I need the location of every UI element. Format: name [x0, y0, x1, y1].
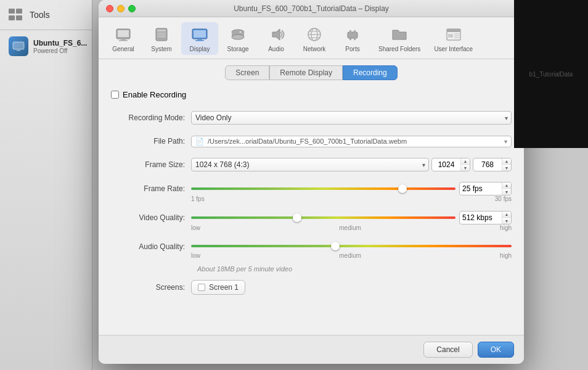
toolbar-item-user-interface[interactable]: User Interface: [428, 22, 479, 55]
audio-quality-track: [191, 245, 512, 247]
toolbar-item-display[interactable]: Display: [181, 22, 218, 55]
framesize-wrap: 1024 x 768 (4:3) ▲ ▼: [191, 158, 512, 171]
audio-quality-slider-wrap[interactable]: [191, 240, 512, 252]
frame-height-input-wrap: ▲ ▼: [473, 158, 512, 171]
svg-rect-5: [17, 50, 20, 51]
frame-rate-value-input[interactable]: [460, 183, 502, 195]
footer: Cancel OK: [99, 335, 524, 364]
video-quality-value-input[interactable]: [460, 212, 502, 224]
frame-rate-thumb[interactable]: [398, 184, 407, 193]
toolbar-item-ports[interactable]: Ports: [334, 22, 371, 55]
tab-remote-display[interactable]: Remote Display: [269, 65, 343, 80]
svg-rect-17: [194, 30, 206, 38]
svg-rect-12: [157, 30, 166, 31]
screens-row: Screens: Screen 1: [111, 279, 512, 296]
frame-width-input-wrap: ▲ ▼: [431, 158, 470, 171]
frame-rate-track: [191, 187, 455, 190]
audio-quality-low-label: low: [191, 252, 200, 259]
toolbar-label-storage: Storage: [227, 46, 248, 52]
svg-rect-30: [348, 32, 357, 38]
svg-rect-32: [354, 30, 356, 33]
video-quality-down[interactable]: ▼: [502, 218, 511, 224]
minimize-button[interactable]: [117, 5, 125, 12]
tab-recording[interactable]: Recording: [343, 65, 398, 80]
video-quality-row: Video Quality: ▲ ▼: [111, 208, 512, 231]
ok-button[interactable]: OK: [478, 342, 514, 358]
video-quality-thumb[interactable]: [293, 213, 301, 222]
display-icon: [190, 25, 210, 44]
toolbar-label-display: Display: [190, 46, 210, 52]
toolbar-item-network[interactable]: Network: [296, 22, 333, 55]
svg-rect-33: [349, 38, 351, 40]
screen1-label: Screen 1: [209, 283, 239, 292]
video-quality-control: ▲ ▼ low medium high: [191, 211, 512, 231]
audio-quality-control: low medium high: [191, 240, 512, 259]
frame-rate-spinners: ▲ ▼: [502, 183, 511, 195]
frame-height-spinners: ▲ ▼: [502, 158, 511, 171]
enable-recording-label: Enable Recording: [123, 90, 186, 99]
filepath-wrap[interactable]: 📄 /Users/zek...orialData/Ubuntu_FS_600_7…: [191, 136, 512, 147]
audio-quality-slider-row: [191, 240, 512, 252]
file-path-row: File Path: 📄 /Users/zek...orialData/Ubun…: [111, 133, 512, 150]
frame-rate-row: Frame Rate: ▲ ▼: [111, 179, 512, 202]
frame-width-input[interactable]: [432, 158, 460, 171]
screen1-checkbox-wrap[interactable]: Screen 1: [191, 280, 245, 295]
toolbar-item-audio[interactable]: Audio: [258, 22, 295, 55]
frame-rate-max-label: 30 fps: [495, 195, 512, 202]
audio-quality-thumb[interactable]: [331, 242, 340, 250]
maximize-button[interactable]: [128, 5, 136, 12]
audio-quality-high-label: high: [500, 252, 512, 259]
screen1-checkbox[interactable]: [198, 284, 205, 291]
frame-size-control: 1024 x 768 (4:3) ▲ ▼: [191, 158, 512, 171]
frame-height-input[interactable]: [473, 158, 502, 171]
frame-rate-label: Frame Rate:: [111, 182, 191, 193]
audio-quality-medium-label: medium: [339, 252, 361, 259]
frame-height-down[interactable]: ▼: [502, 165, 511, 171]
tools-label: Tools: [30, 10, 50, 20]
toolbar-item-storage[interactable]: Storage: [219, 22, 256, 55]
vm-status: Powered Off: [33, 47, 87, 54]
toolbar-item-system[interactable]: System: [143, 22, 180, 55]
recording-mode-control: Video Only Audio Only Audio + Video: [191, 111, 512, 125]
frame-size-row: Frame Size: 1024 x 768 (4:3): [111, 156, 512, 173]
video-quality-up[interactable]: ▲: [502, 212, 511, 218]
titlebar: Ubuntu_FS_600_700b1_TutorialData – Displ…: [99, 0, 524, 17]
frame-size-select[interactable]: 1024 x 768 (4:3): [191, 158, 429, 171]
filepath-text: /Users/zek...orialData/Ubuntu_FS_600_700…: [208, 138, 500, 145]
frame-rate-up[interactable]: ▲: [502, 183, 511, 189]
recording-mode-label: Recording Mode:: [111, 113, 191, 122]
toolbar-item-shared-folders[interactable]: Shared Folders: [372, 22, 427, 55]
frame-rate-slider-wrap[interactable]: [191, 183, 455, 195]
enable-recording-checkbox[interactable]: [111, 91, 119, 99]
tabs: Screen Remote Display Recording: [99, 59, 524, 80]
recording-mode-select[interactable]: Video Only Audio Only Audio + Video: [191, 111, 512, 125]
frame-width-down[interactable]: ▼: [461, 165, 470, 171]
video-quality-high-label: high: [500, 224, 512, 231]
sidebar-tools-header: Tools: [0, 0, 92, 30]
svg-rect-1: [16, 9, 22, 14]
vm-screen-preview: b1_TutorialData: [514, 0, 588, 148]
svg-rect-14: [157, 35, 166, 36]
cancel-button[interactable]: Cancel: [423, 342, 472, 358]
ports-icon: [343, 25, 362, 44]
svg-point-6: [18, 49, 19, 50]
toolbar-label-general: General: [112, 46, 134, 52]
video-quality-labels: low medium high: [191, 224, 512, 231]
toolbar: General System: [99, 17, 524, 59]
toolbar-label-network: Network: [303, 46, 326, 52]
tab-screen[interactable]: Screen: [225, 65, 269, 80]
video-quality-slider-row: ▲ ▼: [191, 211, 512, 224]
vm-icon: [9, 36, 28, 56]
sidebar-item-vm[interactable]: Ubuntu_FS_6... Powered Off: [2, 31, 89, 61]
video-quality-slider-wrap[interactable]: [191, 212, 455, 224]
video-quality-value-wrap: ▲ ▼: [459, 211, 512, 224]
dialog: Ubuntu_FS_600_700b1_TutorialData – Displ…: [99, 0, 524, 364]
svg-rect-15: [157, 36, 166, 38]
frame-rate-down[interactable]: ▼: [502, 189, 511, 195]
toolbar-item-general[interactable]: General: [105, 22, 142, 55]
frame-height-up[interactable]: ▲: [502, 158, 511, 165]
frame-size-select-wrap: 1024 x 768 (4:3): [191, 158, 429, 171]
close-button[interactable]: [106, 5, 113, 12]
frame-width-up[interactable]: ▲: [461, 158, 470, 165]
frame-rate-value-wrap: ▲ ▼: [459, 182, 512, 195]
